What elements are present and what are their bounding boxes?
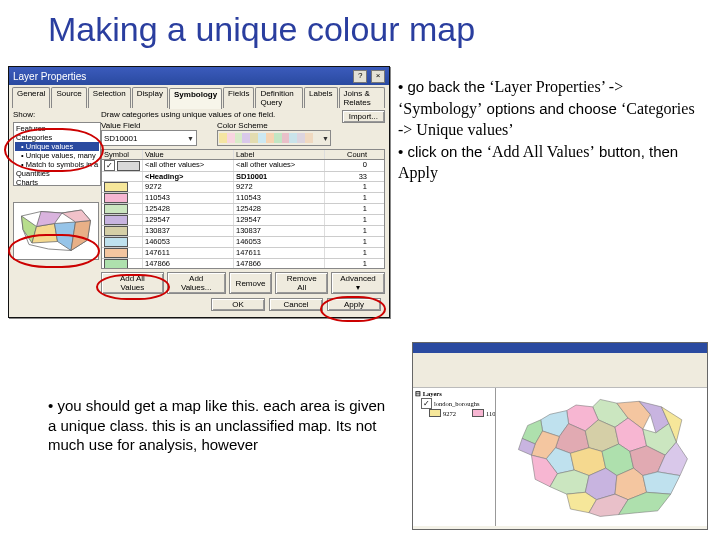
- dialog-titlebar: Layer Properties ? ×: [9, 67, 389, 85]
- list-item[interactable]: 110543: [458, 409, 496, 417]
- table-of-contents[interactable]: ⊟ Layers ✓ london_boroughs 9272110543125…: [413, 388, 496, 526]
- remove-button[interactable]: Remove: [229, 272, 273, 294]
- show-item[interactable]: • Match to symbols in a: [15, 160, 99, 169]
- table-row[interactable]: ✓<all other values><all other values>0: [102, 160, 384, 172]
- col-symbol: Symbol: [102, 150, 143, 159]
- show-item[interactable]: Quantities: [15, 169, 99, 178]
- map-window-titlebar: [413, 343, 707, 353]
- tab-general[interactable]: General: [12, 87, 50, 108]
- tab-source[interactable]: Source: [51, 87, 86, 108]
- tab-labels[interactable]: Labels: [304, 87, 338, 108]
- list-item[interactable]: 9272: [415, 409, 456, 417]
- table-row[interactable]: 1308371308371: [102, 226, 384, 237]
- color-scheme-dropdown[interactable]: ▼: [217, 130, 331, 146]
- show-list[interactable]: FeaturesCategories• Unique values• Uniqu…: [13, 122, 101, 186]
- panel-header: Draw categories using unique values of o…: [101, 110, 275, 119]
- show-item[interactable]: Charts: [15, 178, 99, 186]
- table-row[interactable]: 927292721: [102, 182, 384, 193]
- advanced-button[interactable]: Advanced ▾: [331, 272, 385, 294]
- values-grid[interactable]: Symbol Value Label Count ✓<all other val…: [101, 149, 385, 269]
- import-button[interactable]: Import...: [342, 110, 385, 123]
- show-item[interactable]: Categories: [15, 133, 99, 142]
- cancel-button[interactable]: Cancel: [269, 298, 323, 311]
- show-item[interactable]: • Unique values, many: [15, 151, 99, 160]
- apply-button[interactable]: Apply: [327, 298, 381, 311]
- map-window-toolbar[interactable]: [413, 353, 707, 388]
- result-text: • you should get a map like this. each a…: [48, 396, 392, 455]
- instruction-bullets: • go back the ‘Layer Properties’ -> ‘Sym…: [398, 76, 698, 184]
- table-row[interactable]: 1478661478661: [102, 259, 384, 269]
- tab-display[interactable]: Display: [132, 87, 168, 108]
- tab-selection[interactable]: Selection: [88, 87, 131, 108]
- close-button[interactable]: ×: [371, 70, 385, 83]
- tab-joins-relates[interactable]: Joins & Relates: [339, 87, 385, 108]
- table-row[interactable]: 1295471295471: [102, 215, 384, 226]
- show-item[interactable]: Features: [15, 124, 99, 133]
- table-row[interactable]: 1460531460531: [102, 237, 384, 248]
- col-count: Count: [325, 150, 369, 159]
- dialog-title: Layer Properties: [13, 71, 86, 82]
- col-value: Value: [143, 150, 234, 159]
- chevron-down-icon: ▼: [322, 135, 329, 142]
- tab-fields[interactable]: Fields: [223, 87, 254, 108]
- show-label: Show:: [13, 110, 97, 119]
- show-item[interactable]: • Unique values: [15, 142, 99, 151]
- value-field-dropdown[interactable]: SD10001▼: [101, 130, 197, 146]
- value-field-label: Value Field: [101, 121, 197, 130]
- help-button[interactable]: ?: [353, 70, 367, 83]
- tab-symbology[interactable]: Symbology: [169, 88, 222, 109]
- ok-button[interactable]: OK: [211, 298, 265, 311]
- col-label: Label: [234, 150, 325, 159]
- color-scheme-label: Color Scheme: [217, 121, 331, 130]
- add-all-values-button[interactable]: Add All Values: [101, 272, 164, 294]
- add-values-button[interactable]: Add Values...: [167, 272, 226, 294]
- table-row[interactable]: 1476111476111: [102, 248, 384, 259]
- chevron-down-icon: ▼: [187, 135, 194, 142]
- map-canvas[interactable]: [496, 388, 707, 526]
- arcmap-window: ⊟ Layers ✓ london_boroughs 9272110543125…: [412, 342, 708, 530]
- table-row[interactable]: <Heading>SD1000133: [102, 172, 384, 182]
- remove-all-button[interactable]: Remove All: [275, 272, 328, 294]
- slide-title: Making a unique colour map: [0, 0, 720, 57]
- preview-thumbnail: [13, 202, 99, 260]
- table-row[interactable]: 1254281254281: [102, 204, 384, 215]
- table-row[interactable]: 1105431105431: [102, 193, 384, 204]
- tab-definition-query[interactable]: Definition Query: [255, 87, 303, 108]
- tabstrip: GeneralSourceSelectionDisplaySymbologyFi…: [9, 85, 389, 108]
- layer-properties-dialog: Layer Properties ? × GeneralSourceSelect…: [8, 66, 390, 318]
